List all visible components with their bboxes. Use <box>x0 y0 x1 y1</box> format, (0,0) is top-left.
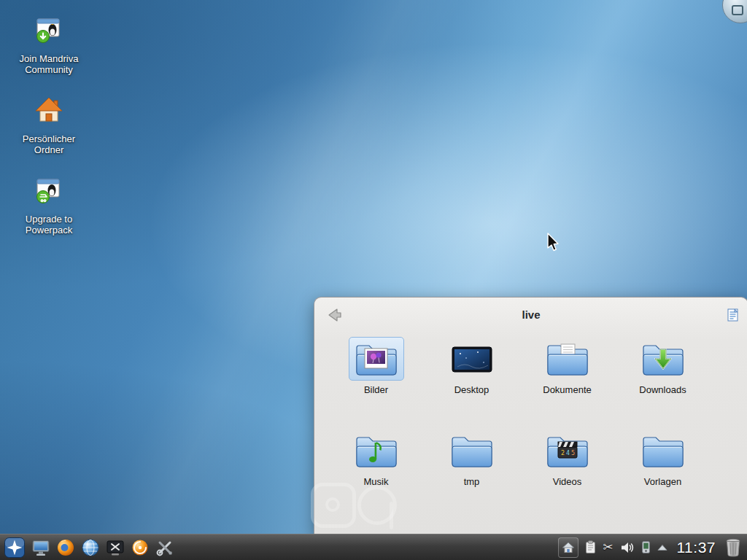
folder-item-label: Bilder <box>364 384 388 395</box>
launcher-globe-browser[interactable] <box>80 537 101 558</box>
taskbar-launchers <box>0 536 175 559</box>
svg-text:5: 5 <box>571 450 575 456</box>
scissors-icon[interactable]: ✂ <box>603 541 613 553</box>
folder-item-vorlagen[interactable]: Vorlagen <box>615 429 711 521</box>
tray-expander-up-icon[interactable] <box>657 544 667 551</box>
powerpack-upgrade-icon <box>34 175 64 209</box>
globe-icon <box>81 538 100 557</box>
desktop-folder-icon <box>444 337 500 381</box>
folder-item-videos[interactable]: 2 4 5 Videos <box>519 429 615 521</box>
crossed-tools-icon <box>155 538 174 557</box>
folder-view-title: live <box>314 298 747 332</box>
folder-item-desktop[interactable]: Desktop <box>424 337 519 429</box>
folder-item-musik[interactable]: Musik <box>328 429 424 521</box>
folder-grid: Bilder Desktop <box>328 337 711 521</box>
folder-item-label: tmp <box>464 476 480 487</box>
documents-folder-icon <box>540 337 595 381</box>
home-icon <box>34 95 64 128</box>
plain-folder-icon <box>444 429 500 472</box>
show-desktop-button[interactable] <box>558 537 578 558</box>
folder-view-window: live <box>314 297 747 535</box>
launcher-crossed-tools[interactable] <box>155 537 175 558</box>
folder-item-bilder[interactable]: Bilder <box>328 337 424 429</box>
plain-folder-icon <box>635 429 691 472</box>
folder-item-label: Vorlagen <box>644 476 681 487</box>
svg-text:4: 4 <box>566 450 570 456</box>
folder-item-tmp[interactable]: tmp <box>424 429 519 521</box>
monitor-icon <box>31 538 50 557</box>
kickoff-menu-button[interactable] <box>3 536 26 559</box>
music-folder-icon <box>349 429 404 472</box>
folder-item-label: Downloads <box>639 384 686 395</box>
videos-folder-icon: 2 4 5 <box>540 429 595 472</box>
folder-item-label: Dokumente <box>543 384 591 395</box>
orange-swirl-icon <box>131 538 150 557</box>
house-icon <box>562 541 575 554</box>
shortcut-label: Join Mandriva Community <box>10 53 88 76</box>
launcher-monitor[interactable] <box>31 537 51 558</box>
folder-item-label: Desktop <box>454 384 489 395</box>
desktop-root: Join Mandriva Community Persönlicher Ord… <box>0 0 747 560</box>
images-folder-icon <box>349 337 404 381</box>
folder-view-header: live <box>314 298 747 332</box>
shortcut-label: Persönlicher Ordner <box>10 133 88 156</box>
svg-text:2: 2 <box>561 450 565 456</box>
clock[interactable]: 11:37 <box>677 539 716 556</box>
launcher-orange-swirl[interactable] <box>130 537 150 558</box>
clipboard-tray-icon[interactable] <box>585 540 596 554</box>
system-tray: ✂ 11:37 <box>558 537 747 558</box>
cashew-icon <box>732 5 743 15</box>
device-notifier-icon[interactable] <box>641 540 651 554</box>
mandriva-star-icon <box>4 537 26 559</box>
trash-icon[interactable] <box>725 538 741 557</box>
taskbar: ✂ 11:37 <box>0 534 747 560</box>
mandriva-community-icon <box>34 15 64 48</box>
dark-screen-x-icon <box>106 538 125 557</box>
shortcut-label: Upgrade to Powerpack <box>10 214 88 236</box>
volume-icon[interactable] <box>620 541 635 554</box>
desktop-shortcut-join-mandriva-community[interactable]: Join Mandriva Community <box>10 15 88 76</box>
firefox-icon <box>56 538 75 557</box>
desktop-shortcut-upgrade-powerpack[interactable]: Upgrade to Powerpack <box>10 175 88 236</box>
folder-settings-icon[interactable] <box>726 308 740 322</box>
folder-item-dokumente[interactable]: Dokumente <box>519 337 615 429</box>
launcher-firefox[interactable] <box>55 537 76 558</box>
folder-item-downloads[interactable]: Downloads <box>615 337 711 429</box>
downloads-folder-icon <box>635 337 691 381</box>
folder-item-label: Musik <box>364 476 389 487</box>
folder-item-label: Videos <box>553 476 582 487</box>
launcher-dark-screen[interactable] <box>105 537 125 558</box>
desktop-shortcut-home-folder[interactable]: Persönlicher Ordner <box>10 95 88 156</box>
